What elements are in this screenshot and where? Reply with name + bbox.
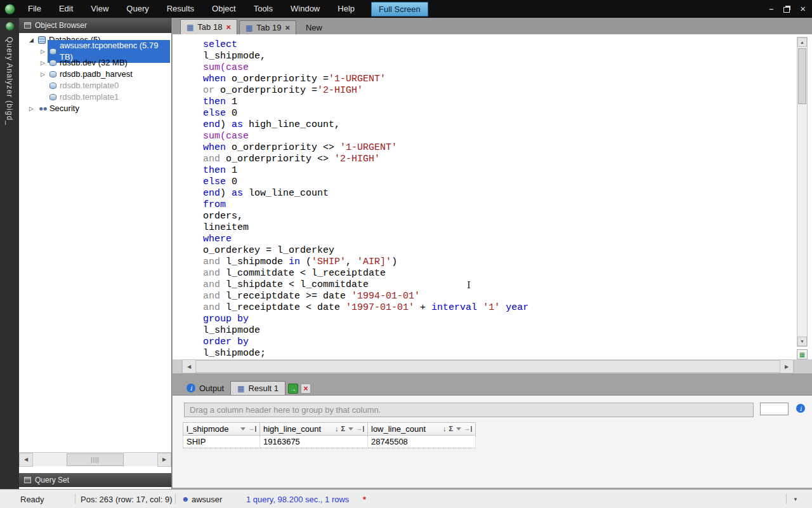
tree-item[interactable]: ▷Security [19,103,171,114]
grid-cell[interactable]: 28745508 [368,436,476,448]
grid-cell[interactable]: 19163675 [260,436,368,448]
sql-line: or o_orderpriority ='2-HIGH' [203,85,528,97]
fullscreen-button[interactable]: Full Screen [371,2,428,17]
tree-item-content: rdsdb.padb_harvest [48,69,134,80]
close-button[interactable] [800,0,806,18]
menu-items: FileEditViewQueryResultsObjectToolsWindo… [19,0,363,18]
pin-result-button[interactable] [288,384,298,394]
scrollbar-thumb[interactable] [798,48,806,104]
sort-icon[interactable] [443,425,447,432]
expand-arrow-icon[interactable]: ▷ [38,46,48,57]
grid-header-row: l_shipmodehigh_line_countlow_line_count [183,422,476,436]
column-header-high_line_count[interactable]: high_line_count [260,422,368,436]
column-header-low_line_count[interactable]: low_line_count [368,422,476,436]
column-header-l_shipmode[interactable]: l_shipmode [183,422,260,436]
sql-token: 'AIR]' [357,257,391,267]
expand-arrow-icon[interactable]: ▷ [38,69,48,80]
tree-item-content: Security [36,103,81,114]
funnel-icon[interactable] [456,427,461,431]
tree-item-label: rdsdb.template1 [60,91,119,103]
sql-token: sum(case [203,62,249,73]
sql-token: '2-HIGH' [334,154,380,164]
results-tab-output[interactable]: Output [180,381,230,395]
scrollbar-track[interactable] [33,453,157,466]
tree-item[interactable]: ▷rdsdb.padb_harvest [19,69,171,80]
scroll-left-icon[interactable] [182,359,196,373]
menu-view[interactable]: View [82,0,117,18]
sigma-icon[interactable] [341,425,345,432]
sql-line: l_shipmode; [203,348,528,359]
close-tab-icon[interactable] [285,23,290,32]
results-tab-result-1[interactable]: Result 1 [230,381,285,395]
sql-token: l_shipmode; [203,348,266,359]
grid-cell[interactable]: SHIP [183,436,260,448]
editor-tab-tab-19[interactable]: Tab 19 [239,20,296,34]
funnel-icon[interactable] [348,427,353,431]
expand-arrow-icon[interactable]: ▷ [38,57,48,69]
new-tab-button[interactable]: New [298,20,330,34]
tree-item[interactable]: ▷awsuser.tcponetbenc (5.79 TB) [19,46,171,57]
sql-line: else 0 [203,177,528,188]
query-set-header[interactable]: Query Set [19,473,171,487]
restore-button[interactable] [783,7,790,13]
groupby-dropzone[interactable]: Drag a column header here to group by th… [184,403,754,417]
object-browser-header: Object Browser [19,18,171,33]
menu-window[interactable]: Window [282,0,329,18]
sql-token: when [203,142,226,153]
funnel-icon[interactable] [240,427,246,431]
status-user: awsuser [192,494,222,504]
close-tab-icon[interactable] [226,22,231,32]
sql-line: l_shipmode [203,325,528,337]
menu-results[interactable]: Results [158,0,203,18]
pin-icon[interactable] [249,426,256,432]
quick-jump-button[interactable] [797,349,808,359]
tree-item[interactable]: rdsdb.template0 [19,80,171,91]
sigma-icon[interactable] [449,425,453,432]
expand-arrow-icon[interactable]: ▷ [27,103,36,114]
menu-query[interactable]: Query [117,0,157,18]
tree-horizontal-scrollbar[interactable] [19,452,171,466]
sort-icon[interactable] [335,425,339,432]
sql-token: and [203,302,220,313]
result-filter-input[interactable] [760,403,789,415]
sql-token: ( [300,257,311,267]
sql-token: l_shipdate < l_commitdate [220,279,369,290]
panel-icon [24,22,31,29]
tree-item-label: rdsdb.template0 [60,80,119,91]
menu-tools[interactable]: Tools [245,0,282,18]
close-result-button[interactable] [301,384,311,394]
grid-row[interactable]: SHIP1916367528745508 [183,436,476,448]
pin-icon[interactable] [464,426,472,432]
sql-token: sum(case [203,131,249,142]
cursor-position: Pos: 263 (row: 17, col: 9) [81,494,173,504]
sql-editor[interactable]: selectl_shipmode,sum(casewhen o_orderpri… [173,34,812,359]
menu-edit[interactable]: Edit [50,0,82,18]
sql-line: o_orderkey = l_orderkey [203,245,528,257]
status-ready: Ready [20,494,44,504]
scroll-down-icon[interactable] [797,337,807,346]
editor-vertical-scrollbar[interactable] [797,37,808,347]
tree-item[interactable]: rdsdb.template1 [19,91,171,103]
side-panel-strip[interactable]: Query Analyzer (bigd_ [0,18,19,489]
editor-horizontal-scrollbar[interactable] [181,360,794,373]
sql-token: year [506,302,528,313]
info-icon[interactable] [796,404,805,413]
menu-file[interactable]: File [19,0,50,18]
scroll-right-icon[interactable] [157,453,171,467]
statusbar-dropdown-icon[interactable] [793,496,798,502]
pin-icon[interactable] [357,426,364,432]
scrollbar-thumb[interactable] [196,361,780,372]
sql-token: 0 [226,177,237,187]
collapse-arrow-icon[interactable]: ◢ [27,34,36,46]
scroll-right-icon[interactable] [780,359,794,373]
scrollbar-thumb[interactable] [67,453,124,466]
sql-token: as [232,188,243,199]
menu-help[interactable]: Help [329,0,363,18]
scroll-left-icon[interactable] [19,453,33,467]
editor-tab-tab-18[interactable]: Tab 18 [180,19,237,34]
menu-object[interactable]: Object [203,0,245,18]
scroll-up-icon[interactable] [797,37,807,47]
sql-token: then [203,97,226,107]
minimize-button[interactable] [769,0,774,18]
sql-token: '1994-01-01' [351,291,420,302]
